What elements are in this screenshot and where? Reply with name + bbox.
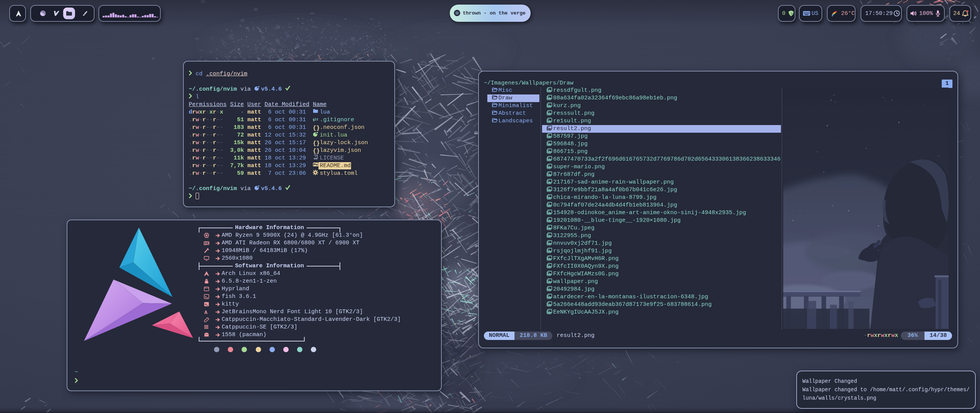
svg-text:git: git (313, 118, 318, 122)
svg-text:A: A (204, 310, 207, 315)
